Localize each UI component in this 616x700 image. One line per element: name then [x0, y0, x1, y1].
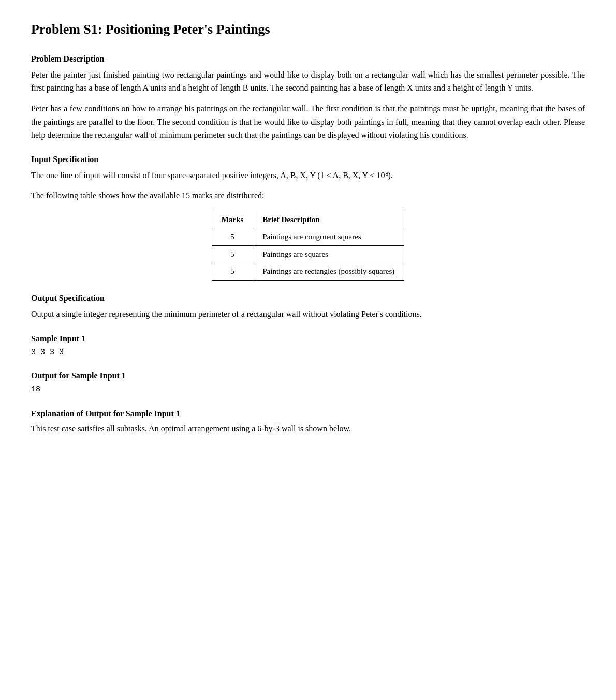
problem-description-para-2: Peter has a few conditions on how to arr… — [31, 102, 585, 142]
output-sample-1-section: Output for Sample Input 1 18 — [31, 370, 585, 396]
table-row: 5Paintings are rectangles (possibly squa… — [212, 263, 404, 281]
table-header-row: Marks Brief Description — [212, 211, 404, 228]
explanation-1-section: Explanation of Output for Sample Input 1… — [31, 407, 585, 435]
sample-input-1-section: Sample Input 1 3 3 3 3 — [31, 332, 585, 359]
input-spec-para-2: The following table shows how the availa… — [31, 189, 585, 202]
sample-input-1-value: 3 3 3 3 — [31, 347, 585, 359]
cell-description: Paintings are congruent squares — [253, 228, 404, 246]
input-specification-section: Input Specification The one line of inpu… — [31, 153, 585, 281]
cell-marks: 5 — [212, 263, 253, 281]
output-spec-paragraph: Output a single integer representing the… — [31, 308, 585, 321]
page-title: Problem S1: Positioning Peter's Painting… — [31, 21, 585, 38]
cell-marks: 5 — [212, 228, 253, 246]
input-specification-heading: Input Specification — [31, 153, 585, 166]
explanation-1-heading: Explanation of Output for Sample Input 1 — [31, 407, 585, 420]
output-specification-section: Output Specification Output a single int… — [31, 292, 585, 321]
col-brief-description: Brief Description — [253, 211, 404, 228]
explanation-1-paragraph: This test case satisfies all subtasks. A… — [31, 422, 585, 435]
output-specification-heading: Output Specification — [31, 292, 585, 304]
problem-description-section: Problem Description Peter the painter ju… — [31, 53, 585, 142]
problem-description-para-1: Peter the painter just finished painting… — [31, 68, 585, 95]
col-marks: Marks — [212, 211, 253, 228]
cell-marks: 5 — [212, 245, 253, 263]
cell-description: Paintings are squares — [253, 245, 404, 263]
output-sample-1-heading: Output for Sample Input 1 — [31, 370, 585, 382]
table-row: 5Paintings are squares — [212, 245, 404, 263]
sample-input-1-heading: Sample Input 1 — [31, 332, 585, 345]
problem-description-heading: Problem Description — [31, 53, 585, 65]
input-spec-para-1: The one line of input will consist of fo… — [31, 169, 585, 182]
marks-table: Marks Brief Description 5Paintings are c… — [212, 211, 404, 281]
table-row: 5Paintings are congruent squares — [212, 228, 404, 246]
marks-table-container: Marks Brief Description 5Paintings are c… — [31, 211, 585, 281]
cell-description: Paintings are rectangles (possibly squar… — [253, 263, 404, 281]
output-sample-1-value: 18 — [31, 384, 585, 396]
